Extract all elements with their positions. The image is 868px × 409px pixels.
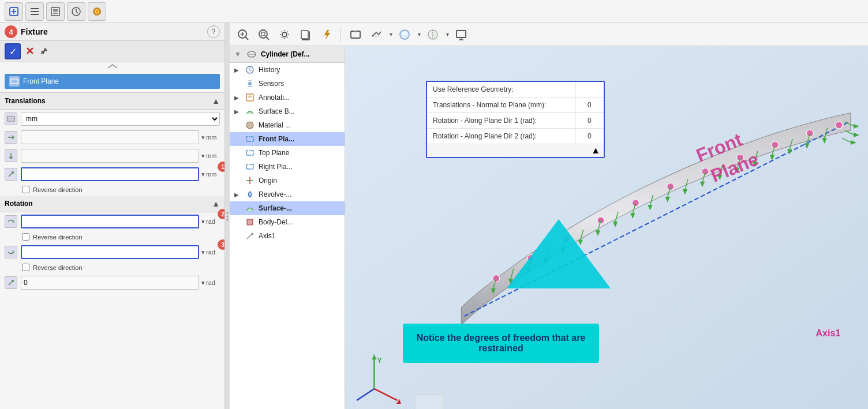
monitor-btn[interactable] — [452, 26, 470, 43]
tree-item-surface[interactable]: ▶ Surface-... — [230, 201, 345, 215]
view-type-dropdown[interactable]: ▾ — [390, 31, 392, 37]
tree-item-axis1[interactable]: ▶ Axis1 — [230, 229, 345, 243]
reverse-dir-3-row: Reverse direction — [0, 261, 225, 273]
reverse-dir-2-checkbox[interactable] — [22, 233, 29, 241]
copy-btn[interactable] — [297, 26, 314, 43]
tree-item-front-plane[interactable]: ▶ Front Pla... — [230, 132, 345, 146]
tree-item-origin[interactable]: ▶ Origin — [230, 174, 345, 187]
svg-rect-5 — [53, 13, 58, 14]
unit-select[interactable]: mm — [21, 112, 220, 126]
appearance-dropdown[interactable]: ▾ — [418, 31, 421, 37]
view-type-btn[interactable] — [368, 26, 385, 43]
tz-input-group: 0 ▾ mm 1 — [21, 167, 220, 181]
svg-point-53 — [667, 183, 674, 190]
material-icon — [245, 120, 255, 130]
toolbar-btn-1[interactable] — [5, 2, 23, 21]
reference-section: Front Plane — [0, 70, 225, 93]
bottom-trans-input-group: ▾ rad — [21, 276, 220, 290]
lightning-btn[interactable] — [317, 26, 335, 43]
tz-input[interactable]: 0 — [21, 167, 199, 181]
pin-button[interactable] — [38, 46, 50, 57]
ry-unit: rad — [206, 249, 220, 256]
tree-item-history[interactable]: ▶ History — [230, 63, 345, 77]
tree-item-right-plane-label: Right Pla... — [259, 163, 293, 171]
display-mode-btn[interactable] — [347, 26, 364, 43]
rx-dropdown[interactable]: ▾ — [201, 218, 205, 226]
badge-3: 3 — [218, 239, 225, 250]
panel-resizer[interactable] — [225, 23, 230, 409]
tx-input[interactable]: 0 — [21, 130, 199, 144]
tree-root[interactable]: ▼ Cylinder (Def... — [230, 46, 345, 63]
zoom-area-btn[interactable] — [255, 26, 272, 43]
bottom-trans-input[interactable] — [21, 276, 199, 290]
tree-item-annotations[interactable]: ▶ Annotati... — [230, 91, 345, 104]
tz-dropdown[interactable]: ▾ — [201, 171, 205, 178]
rotation-label: Rotation — [5, 200, 33, 208]
svg-point-20 — [282, 32, 287, 37]
ty-icon — [5, 149, 17, 162]
panel-scroll-area[interactable]: Front Plane Translations ▲ mm — [0, 62, 225, 409]
help-button[interactable]: ? — [207, 25, 220, 38]
tree-item-top-plane[interactable]: ▶ Top Plane — [230, 146, 345, 160]
ty-dropdown[interactable]: ▾ — [201, 152, 205, 160]
top-toolbar — [0, 0, 868, 23]
toolbar-btn-3[interactable] — [46, 2, 65, 21]
accept-button[interactable]: ✓ — [5, 43, 21, 59]
surface-bodies-icon — [245, 106, 255, 117]
svg-point-9 — [96, 10, 98, 13]
root-icon — [246, 48, 257, 60]
appearance-btn[interactable] — [396, 26, 413, 43]
reject-button[interactable]: ✕ — [23, 45, 36, 58]
info-row-1-label: Rotation - Along Plane Dir 1 (rad): — [427, 113, 575, 129]
tree-item-origin-label: Origin — [259, 177, 277, 185]
tree-item-material[interactable]: ▶ Material ... — [230, 118, 345, 132]
reference-label: Front Plane — [23, 77, 59, 85]
separator-1 — [341, 28, 341, 42]
tx-unit: mm — [206, 134, 220, 141]
svg-point-14 — [227, 212, 229, 213]
tx-icon — [5, 131, 17, 144]
reverse-dir-1-checkbox[interactable] — [22, 186, 29, 193]
ty-input[interactable]: 0 — [21, 149, 199, 163]
toolbar-btn-4[interactable] — [67, 2, 85, 21]
zoom-in-btn[interactable] — [234, 26, 252, 43]
svg-line-10 — [41, 52, 43, 54]
toolbar-btn-2[interactable] — [25, 2, 44, 21]
tree-item-front-plane-label: Front Pla... — [259, 135, 294, 143]
rx-input[interactable]: 0 — [21, 215, 199, 228]
reverse-dir-2-label: Reverse direction — [33, 234, 83, 241]
tree-panel: ▼ Cylinder (Def... ▶ History ▶ — [230, 46, 345, 409]
tree-item-revolve[interactable]: ▶ Revolve-... — [230, 187, 345, 201]
svg-marker-112 — [507, 219, 611, 288]
rotation-section-header: Rotation ▲ — [0, 196, 225, 212]
info-row-1-val: 0 — [575, 113, 604, 129]
settings-btn[interactable] — [276, 26, 293, 43]
reference-item[interactable]: Front Plane — [5, 74, 220, 89]
tree-item-sensors[interactable]: ▶ Sensors — [230, 77, 345, 91]
axis1-icon — [245, 231, 255, 241]
reverse-dir-1-label: Reverse direction — [33, 186, 83, 193]
tz-row: 0 ▾ mm 1 — [0, 165, 225, 183]
tree-item-body-delete-label: Body-Del... — [259, 218, 293, 226]
section-view-btn[interactable] — [424, 26, 442, 43]
right-plane-icon — [245, 162, 255, 172]
section-dropdown[interactable]: ▾ — [446, 31, 449, 37]
translations-collapse-btn[interactable]: ▲ — [212, 96, 220, 106]
bottom-trans-dropdown[interactable]: ▾ — [201, 279, 205, 287]
tree-item-surface-bodies[interactable]: ▶ Surface B... — [230, 104, 345, 118]
badge-1: 1 — [218, 162, 225, 172]
tree-item-right-plane[interactable]: ▶ Right Pla... — [230, 160, 345, 174]
tree-item-body-delete[interactable]: ▶ Body-Del... — [230, 215, 345, 229]
ry-dropdown[interactable]: ▾ — [201, 249, 205, 256]
bottom-trans-unit: rad — [206, 279, 220, 286]
toolbar-btn-5[interactable] — [88, 2, 106, 21]
tx-dropdown[interactable]: ▾ — [201, 134, 205, 141]
info-collapse-btn[interactable]: ▲ — [591, 145, 600, 156]
reverse-dir-3-checkbox[interactable] — [22, 264, 29, 271]
svg-point-16 — [227, 219, 229, 220]
ry-input-group: 0 ▾ rad 3 — [21, 245, 220, 259]
ry-input[interactable]: 0 — [21, 245, 199, 259]
viewport[interactable]: Front Plane Axis1 Y — [345, 46, 868, 409]
translations-label: Translations — [5, 97, 46, 105]
rotation-collapse-btn[interactable]: ▲ — [212, 199, 220, 208]
